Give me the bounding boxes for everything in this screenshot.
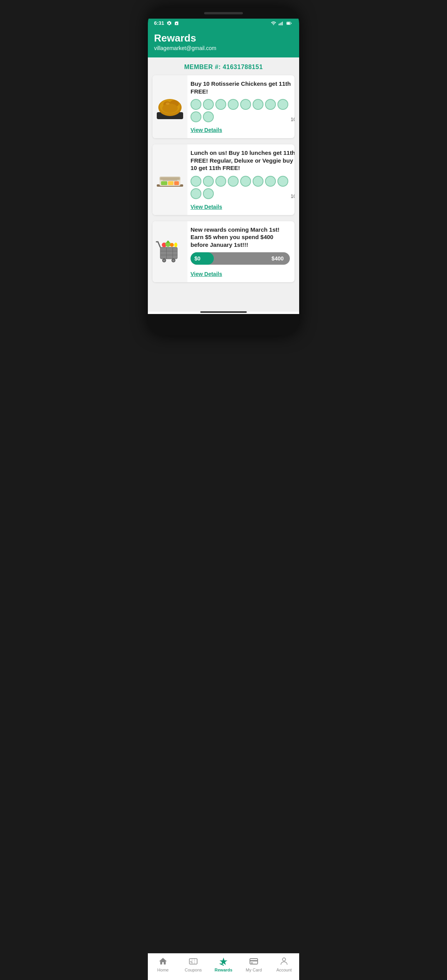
svg-point-30 <box>172 259 175 262</box>
battery-icon <box>285 21 293 26</box>
progress-bar-container: $0 $400 <box>191 252 290 265</box>
lunch-image <box>154 164 185 195</box>
wifi-icon <box>270 21 277 26</box>
stamps-left-chicken: 10 Left <box>288 116 295 122</box>
stamp-l2 <box>203 176 214 187</box>
stamp-l8 <box>277 176 288 187</box>
user-email: villagemarket@gmail.com <box>154 45 293 51</box>
svg-rect-17 <box>160 177 180 180</box>
svg-rect-6 <box>291 23 292 23</box>
stamps-row-2-chicken <box>191 111 288 122</box>
svg-point-33 <box>170 243 174 247</box>
svg-rect-22 <box>160 247 177 259</box>
svg-rect-3 <box>282 21 283 25</box>
reward-image-col-lunch <box>152 144 187 215</box>
stamp-1 <box>191 99 201 110</box>
status-left: 6:31 <box>154 20 179 26</box>
svg-rect-1 <box>280 23 281 25</box>
phone-frame: 6:31 <box>148 8 299 335</box>
home-bar-line <box>200 311 247 313</box>
reward-title-chicken: Buy 10 Rotisserie Chickens get 11th FREE… <box>191 80 295 95</box>
stamp-l4 <box>228 176 239 187</box>
stamp-l7 <box>265 176 276 187</box>
stamp-8 <box>277 99 288 110</box>
signal-icon <box>278 21 284 26</box>
phone-notch <box>148 8 299 19</box>
reward-title-lunch: Lunch on us! Buy 10 lunches get 11th FRE… <box>191 149 295 172</box>
svg-rect-5 <box>287 22 290 24</box>
stamp-l10 <box>203 188 214 199</box>
stamp-7 <box>265 99 276 110</box>
stamp-3 <box>215 99 226 110</box>
stamps-area-chicken: 10 Left <box>191 99 295 122</box>
progress-end: $400 <box>272 255 284 262</box>
svg-rect-20 <box>174 181 179 185</box>
grocery-image <box>154 236 185 267</box>
reward-details-grocery: New rewards coming March 1st! Earn $5 wh… <box>187 221 295 283</box>
reward-card-grocery: New rewards coming March 1st! Earn $5 wh… <box>152 221 295 283</box>
view-details-chicken[interactable]: View Details <box>191 127 222 133</box>
phone-home-bar <box>148 312 299 314</box>
status-right <box>270 21 293 26</box>
stamp-l3 <box>215 176 226 187</box>
status-bar: 6:31 <box>148 19 299 28</box>
stamp-l5 <box>240 176 251 187</box>
member-number: MEMBER #: 41631788151 <box>148 57 299 75</box>
reward-image-col-chicken <box>152 75 187 138</box>
reward-card-chicken: Buy 10 Rotisserie Chickens get 11th FREE… <box>152 75 295 138</box>
stamp-5 <box>240 99 251 110</box>
grocery-svg <box>155 236 185 267</box>
svg-point-12 <box>162 104 178 113</box>
chicken-svg <box>155 93 185 121</box>
reward-details-chicken: Buy 10 Rotisserie Chickens get 11th FREE… <box>187 75 295 138</box>
stamp-10 <box>203 111 214 122</box>
stamp-l1 <box>191 176 201 187</box>
view-details-lunch[interactable]: View Details <box>191 204 222 210</box>
stamp-2 <box>203 99 214 110</box>
stamp-6 <box>253 99 263 110</box>
stamps-area-lunch: 10 Left <box>191 176 295 199</box>
reward-image-col-grocery <box>152 221 187 283</box>
svg-point-34 <box>174 243 177 247</box>
lunch-svg <box>155 166 185 194</box>
settings-icon <box>166 21 172 26</box>
svg-point-13 <box>166 102 170 105</box>
reward-title-grocery: New rewards coming March 1st! Earn $5 wh… <box>191 226 290 249</box>
progress-fill: $0 <box>191 252 214 265</box>
bottom-spacer <box>148 288 299 312</box>
notch-bar <box>204 12 243 14</box>
time-display: 6:31 <box>154 20 164 26</box>
stamp-9 <box>191 111 201 122</box>
reward-details-lunch: Lunch on us! Buy 10 lunches get 11th FRE… <box>187 144 295 215</box>
stamps-row-2-lunch <box>191 188 288 199</box>
progress-start: $0 <box>194 255 201 262</box>
svg-rect-0 <box>279 24 279 25</box>
svg-rect-2 <box>281 22 282 25</box>
stamps-grid-chicken <box>191 99 288 122</box>
chicken-image <box>154 91 185 122</box>
stamps-row-1-lunch <box>191 176 288 187</box>
stamps-grid-lunch <box>191 176 288 199</box>
app-header: Rewards villagemarket@gmail.com <box>148 28 299 57</box>
page-title: Rewards <box>154 32 293 44</box>
stamp-4 <box>228 99 239 110</box>
stamp-l9 <box>191 188 201 199</box>
svg-point-28 <box>163 259 165 262</box>
svg-rect-18 <box>161 181 167 185</box>
stamps-row-1-chicken <box>191 99 288 110</box>
svg-rect-19 <box>168 181 173 185</box>
stamp-l6 <box>253 176 263 187</box>
content-area: MEMBER #: 41631788151 <box>148 57 299 312</box>
svg-rect-21 <box>163 180 177 181</box>
stamps-left-lunch: 10 Left <box>288 193 295 199</box>
reward-card-lunch: Lunch on us! Buy 10 lunches get 11th FRE… <box>152 144 295 215</box>
sim-icon <box>174 21 179 26</box>
view-details-grocery[interactable]: View Details <box>191 271 222 277</box>
